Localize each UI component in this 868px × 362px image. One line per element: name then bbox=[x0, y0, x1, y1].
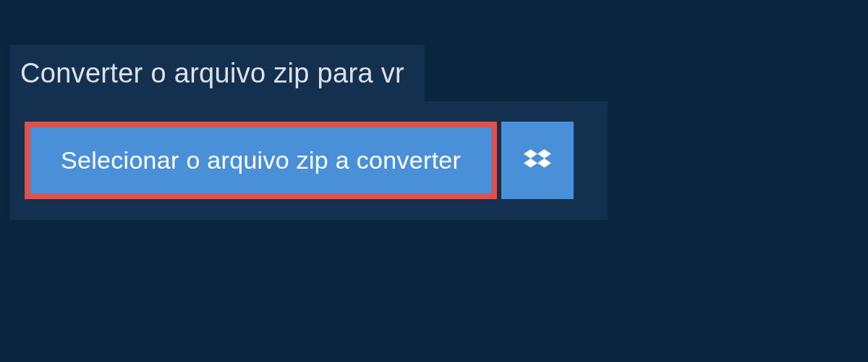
select-file-label: Selecionar o arquivo zip a converter bbox=[61, 146, 461, 174]
dropbox-icon bbox=[524, 147, 551, 174]
select-file-button[interactable]: Selecionar o arquivo zip a converter bbox=[25, 122, 497, 199]
page-title: Converter o arquivo zip para vr bbox=[10, 45, 425, 102]
button-row: Selecionar o arquivo zip a converter bbox=[25, 122, 574, 199]
page-title-text: Converter o arquivo zip para vr bbox=[20, 58, 404, 88]
dropbox-button[interactable] bbox=[501, 122, 574, 199]
